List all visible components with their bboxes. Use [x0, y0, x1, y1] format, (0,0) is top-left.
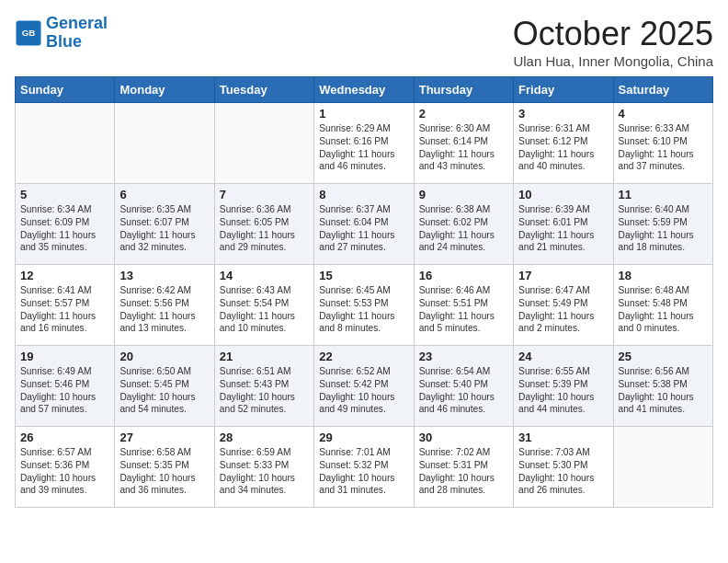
week-row-3: 19Sunrise: 6:49 AM Sunset: 5:46 PM Dayli… — [16, 346, 713, 427]
cell-text: Sunrise: 6:40 AM Sunset: 5:59 PM Dayligh… — [619, 203, 708, 254]
calendar-cell: 31Sunrise: 7:03 AM Sunset: 5:30 PM Dayli… — [514, 427, 613, 508]
day-number: 24 — [518, 350, 608, 363]
day-number: 15 — [319, 269, 408, 282]
cell-text: Sunrise: 6:42 AM Sunset: 5:56 PM Dayligh… — [119, 284, 209, 335]
calendar-cell: 13Sunrise: 6:42 AM Sunset: 5:56 PM Dayli… — [115, 265, 214, 346]
day-number: 9 — [419, 188, 508, 201]
calendar-cell — [16, 103, 115, 184]
calendar-cell: 10Sunrise: 6:39 AM Sunset: 6:01 PM Dayli… — [514, 184, 613, 265]
day-number: 19 — [20, 350, 109, 363]
cell-text: Sunrise: 6:31 AM Sunset: 6:12 PM Dayligh… — [518, 122, 608, 173]
calendar-cell: 22Sunrise: 6:52 AM Sunset: 5:42 PM Dayli… — [314, 346, 414, 427]
logo: GB General Blue — [15, 15, 108, 52]
cell-text: Sunrise: 6:55 AM Sunset: 5:39 PM Dayligh… — [518, 365, 608, 416]
day-number: 27 — [119, 431, 209, 444]
page-header: GB General Blue October 2025 Ulan Hua, I… — [15, 15, 713, 69]
calendar-cell: 26Sunrise: 6:57 AM Sunset: 5:36 PM Dayli… — [16, 427, 115, 508]
calendar-cell: 19Sunrise: 6:49 AM Sunset: 5:46 PM Dayli… — [16, 346, 115, 427]
cell-text: Sunrise: 6:33 AM Sunset: 6:10 PM Dayligh… — [619, 122, 708, 173]
title-block: October 2025 Ulan Hua, Inner Mongolia, C… — [513, 15, 713, 69]
cell-text: Sunrise: 6:52 AM Sunset: 5:42 PM Dayligh… — [319, 365, 408, 416]
week-row-2: 12Sunrise: 6:41 AM Sunset: 5:57 PM Dayli… — [16, 265, 713, 346]
cell-text: Sunrise: 6:58 AM Sunset: 5:35 PM Dayligh… — [119, 446, 209, 497]
cell-text: Sunrise: 6:30 AM Sunset: 6:14 PM Dayligh… — [419, 122, 508, 173]
day-number: 11 — [619, 188, 708, 201]
calendar-cell: 7Sunrise: 6:36 AM Sunset: 6:05 PM Daylig… — [214, 184, 313, 265]
calendar-cell: 5Sunrise: 6:34 AM Sunset: 6:09 PM Daylig… — [16, 184, 115, 265]
cell-text: Sunrise: 6:34 AM Sunset: 6:09 PM Dayligh… — [20, 203, 109, 254]
day-number: 29 — [319, 431, 408, 444]
cell-text: Sunrise: 6:57 AM Sunset: 5:36 PM Dayligh… — [20, 446, 109, 497]
cell-text: Sunrise: 7:01 AM Sunset: 5:32 PM Dayligh… — [319, 446, 408, 497]
calendar-cell — [115, 103, 214, 184]
svg-text:GB: GB — [22, 28, 36, 38]
cell-text: Sunrise: 6:38 AM Sunset: 6:02 PM Dayligh… — [419, 203, 508, 254]
calendar-header: SundayMondayTuesdayWednesdayThursdayFrid… — [16, 77, 713, 103]
day-number: 13 — [119, 269, 209, 282]
day-number: 3 — [518, 107, 608, 121]
calendar-cell: 6Sunrise: 6:35 AM Sunset: 6:07 PM Daylig… — [115, 184, 214, 265]
week-row-4: 26Sunrise: 6:57 AM Sunset: 5:36 PM Dayli… — [16, 427, 713, 508]
month-title: October 2025 — [513, 15, 713, 53]
day-number: 20 — [119, 350, 209, 363]
calendar-body: 1Sunrise: 6:29 AM Sunset: 6:16 PM Daylig… — [16, 103, 713, 508]
day-number: 26 — [20, 431, 109, 444]
calendar-cell: 16Sunrise: 6:46 AM Sunset: 5:51 PM Dayli… — [414, 265, 513, 346]
cell-text: Sunrise: 6:47 AM Sunset: 5:49 PM Dayligh… — [518, 284, 608, 335]
cell-text: Sunrise: 6:49 AM Sunset: 5:46 PM Dayligh… — [20, 365, 109, 416]
day-number: 7 — [220, 188, 309, 201]
day-number: 18 — [619, 269, 708, 282]
day-number: 2 — [419, 107, 508, 121]
calendar-cell: 18Sunrise: 6:48 AM Sunset: 5:48 PM Dayli… — [613, 265, 712, 346]
calendar-cell: 12Sunrise: 6:41 AM Sunset: 5:57 PM Dayli… — [16, 265, 115, 346]
calendar-cell — [214, 103, 313, 184]
cell-text: Sunrise: 7:03 AM Sunset: 5:30 PM Dayligh… — [518, 446, 608, 497]
day-number: 6 — [119, 188, 209, 201]
cell-text: Sunrise: 6:45 AM Sunset: 5:53 PM Dayligh… — [319, 284, 408, 335]
cell-text: Sunrise: 6:39 AM Sunset: 6:01 PM Dayligh… — [518, 203, 608, 254]
cell-text: Sunrise: 6:48 AM Sunset: 5:48 PM Dayligh… — [619, 284, 708, 335]
week-row-0: 1Sunrise: 6:29 AM Sunset: 6:16 PM Daylig… — [16, 103, 713, 184]
day-number: 23 — [419, 350, 508, 363]
calendar-cell: 30Sunrise: 7:02 AM Sunset: 5:31 PM Dayli… — [414, 427, 513, 508]
day-number: 30 — [419, 431, 508, 444]
header-day-wednesday: Wednesday — [314, 77, 414, 103]
header-day-sunday: Sunday — [16, 77, 115, 103]
day-number: 17 — [518, 269, 608, 282]
day-number: 21 — [220, 350, 309, 363]
calendar-cell: 28Sunrise: 6:59 AM Sunset: 5:33 PM Dayli… — [214, 427, 313, 508]
cell-text: Sunrise: 6:35 AM Sunset: 6:07 PM Dayligh… — [119, 203, 209, 254]
cell-text: Sunrise: 6:43 AM Sunset: 5:54 PM Dayligh… — [220, 284, 309, 335]
calendar-cell: 14Sunrise: 6:43 AM Sunset: 5:54 PM Dayli… — [214, 265, 313, 346]
logo-icon: GB — [15, 19, 42, 47]
logo-line1: General — [46, 14, 108, 32]
cell-text: Sunrise: 6:51 AM Sunset: 5:43 PM Dayligh… — [220, 365, 309, 416]
calendar-cell: 29Sunrise: 7:01 AM Sunset: 5:32 PM Dayli… — [314, 427, 414, 508]
day-number: 4 — [619, 107, 708, 121]
cell-text: Sunrise: 6:36 AM Sunset: 6:05 PM Dayligh… — [220, 203, 309, 254]
calendar-cell: 1Sunrise: 6:29 AM Sunset: 6:16 PM Daylig… — [314, 103, 414, 184]
calendar-cell — [613, 427, 712, 508]
day-number: 1 — [319, 107, 408, 121]
day-number: 16 — [419, 269, 508, 282]
cell-text: Sunrise: 6:46 AM Sunset: 5:51 PM Dayligh… — [419, 284, 508, 335]
cell-text: Sunrise: 6:54 AM Sunset: 5:40 PM Dayligh… — [419, 365, 508, 416]
calendar-cell: 17Sunrise: 6:47 AM Sunset: 5:49 PM Dayli… — [514, 265, 613, 346]
day-number: 10 — [518, 188, 608, 201]
calendar-cell: 25Sunrise: 6:56 AM Sunset: 5:38 PM Dayli… — [613, 346, 712, 427]
calendar-cell: 27Sunrise: 6:58 AM Sunset: 5:35 PM Dayli… — [115, 427, 214, 508]
cell-text: Sunrise: 6:56 AM Sunset: 5:38 PM Dayligh… — [619, 365, 708, 416]
calendar-cell: 23Sunrise: 6:54 AM Sunset: 5:40 PM Dayli… — [414, 346, 513, 427]
logo-line2: Blue — [46, 32, 82, 51]
header-day-thursday: Thursday — [414, 77, 513, 103]
cell-text: Sunrise: 7:02 AM Sunset: 5:31 PM Dayligh… — [419, 446, 508, 497]
cell-text: Sunrise: 6:41 AM Sunset: 5:57 PM Dayligh… — [20, 284, 109, 335]
calendar-cell: 21Sunrise: 6:51 AM Sunset: 5:43 PM Dayli… — [214, 346, 313, 427]
day-number: 12 — [20, 269, 109, 282]
day-number: 28 — [220, 431, 309, 444]
day-number: 25 — [619, 350, 708, 363]
calendar-cell: 20Sunrise: 6:50 AM Sunset: 5:45 PM Dayli… — [115, 346, 214, 427]
calendar-table: SundayMondayTuesdayWednesdayThursdayFrid… — [15, 76, 713, 508]
cell-text: Sunrise: 6:59 AM Sunset: 5:33 PM Dayligh… — [220, 446, 309, 497]
calendar-cell: 9Sunrise: 6:38 AM Sunset: 6:02 PM Daylig… — [414, 184, 513, 265]
